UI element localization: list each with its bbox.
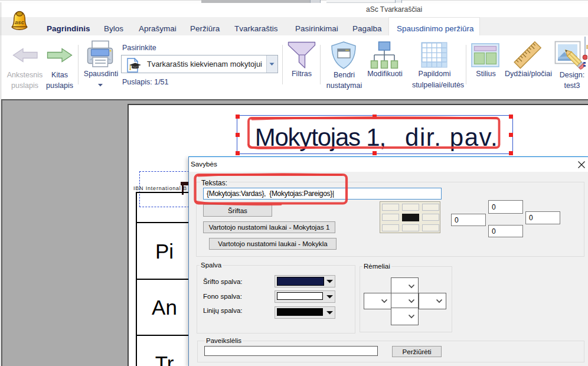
svg-text:asc: asc [15,19,25,25]
